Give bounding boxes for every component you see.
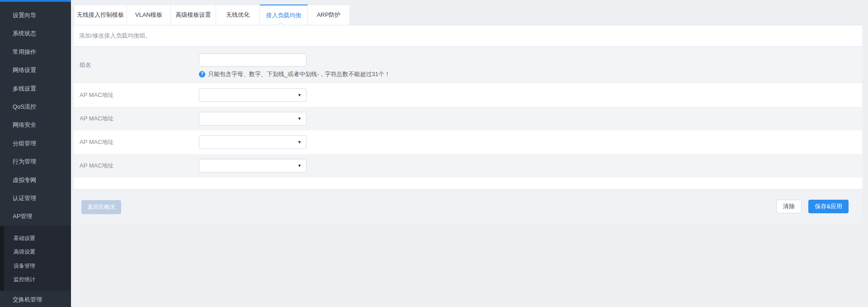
page: 设置向导 系统状态 常用操作 网络设置 多线设置 QoS流控 网络安全 分组管理… [0, 0, 868, 307]
chevron-down-icon: ▼ [297, 140, 302, 144]
main-content: 无线接入控制模板 VLAN模板 高级模板设置 无线优化 接入负载均衡 ARP防护… [71, 0, 868, 307]
ap-mac-select-3[interactable]: ▼ [199, 135, 307, 149]
help-question-icon: ? [199, 71, 205, 77]
chevron-down-icon: ▼ [297, 93, 302, 97]
tab-bar-filler [350, 5, 862, 25]
action-bar: 返回至概况 清除 保存&应用 [74, 191, 862, 223]
tab-arp-protection[interactable]: ARP防护 [308, 5, 350, 25]
ap-mac-select-1[interactable]: ▼ [199, 88, 307, 102]
save-apply-button[interactable]: 保存&应用 [808, 200, 849, 213]
sidebar-item-system-status[interactable]: 系统状态 [0, 24, 71, 43]
sidebar-item-vpn[interactable]: 虚拟专网 [0, 171, 71, 189]
form-card-bottom [74, 177, 862, 190]
group-name-help-text: 只能包含字母、数字、下划线_或者中划线-，字符总数不能超过31个！ [208, 70, 390, 78]
sidebar-item-group-mgmt[interactable]: 分组管理 [0, 134, 71, 153]
sidebar-item-switch-mgmt[interactable]: 交换机管理 [0, 291, 71, 307]
sidebar-subitem-advanced-settings[interactable]: 高级设置 [0, 245, 71, 259]
ap-mac-row: AP MAC地址 ▼ [74, 83, 862, 107]
tab-advanced-template-settings[interactable]: 高级模板设置 [171, 5, 216, 25]
group-name-input[interactable] [199, 53, 307, 67]
clear-button[interactable]: 清除 [776, 200, 802, 213]
chevron-down-icon: ▼ [297, 163, 302, 168]
sidebar-item-ap-mgmt[interactable]: AP管理 [0, 207, 71, 225]
sidebar-item-setup-wizard[interactable]: 设置向导 [0, 6, 71, 24]
ap-mac-row: AP MAC地址 ▼ [74, 107, 862, 130]
tab-vlan-template[interactable]: VLAN模板 [127, 5, 171, 25]
sidebar-subitem-monitor-stats[interactable]: 监控统计 [0, 273, 71, 287]
tab-bar: 无线接入控制模板 VLAN模板 高级模板设置 无线优化 接入负载均衡 ARP防护 [74, 5, 862, 25]
sidebar-item-net-security[interactable]: 网络安全 [0, 116, 71, 134]
tab-wireless-optimization[interactable]: 无线优化 [216, 5, 260, 25]
page-description: 添加/修改接入负载均衡组。 [74, 25, 862, 47]
group-name-help: ? 只能包含字母、数字、下划线_或者中划线-，字符总数不能超过31个！ [199, 70, 390, 78]
sidebar-subitem-device-mgmt[interactable]: 设备管理 [0, 259, 71, 273]
sidebar-submenu-ap-mgmt: 基础设置 高级设置 设备管理 监控统计 [0, 226, 71, 291]
ap-mac-select-2[interactable]: ▼ [199, 112, 307, 125]
ap-mac-select-4[interactable]: ▼ [199, 159, 307, 173]
ap-mac-label: AP MAC地址 [80, 83, 114, 107]
sidebar: 设置向导 系统状态 常用操作 网络设置 多线设置 QoS流控 网络安全 分组管理… [0, 0, 71, 307]
sidebar-subitem-basic-settings[interactable]: 基础设置 [0, 231, 71, 245]
sidebar-item-auth-mgmt[interactable]: 认证管理 [0, 189, 71, 207]
page-description-text: 添加/修改接入负载均衡组。 [79, 32, 151, 40]
tab-wireless-access-control-template[interactable]: 无线接入控制模板 [74, 5, 127, 25]
sidebar-nav: 设置向导 系统状态 常用操作 网络设置 多线设置 QoS流控 网络安全 分组管理… [0, 2, 71, 307]
sidebar-item-multiline[interactable]: 多线设置 [0, 80, 71, 98]
sidebar-item-common-ops[interactable]: 常用操作 [0, 43, 71, 61]
sidebar-item-behavior-mgmt[interactable]: 行为管理 [0, 153, 71, 171]
ap-mac-label: AP MAC地址 [80, 107, 114, 130]
group-name-field: ? 只能包含字母、数字、下划线_或者中划线-，字符总数不能超过31个！ [199, 53, 390, 78]
back-to-overview-button[interactable]: 返回至概况 [81, 200, 121, 214]
ap-mac-row: AP MAC地址 ▼ [74, 154, 862, 177]
ap-mac-label: AP MAC地址 [80, 130, 114, 154]
sidebar-item-network-setup[interactable]: 网络设置 [0, 61, 71, 79]
sidebar-item-qos[interactable]: QoS流控 [0, 98, 71, 116]
ap-mac-label: AP MAC地址 [80, 154, 114, 177]
chevron-down-icon: ▼ [297, 116, 302, 121]
group-name-label: 组名 [80, 47, 91, 83]
group-name-row: 组名 ? 只能包含字母、数字、下划线_或者中划线-，字符总数不能超过31个！ [74, 47, 862, 83]
ap-mac-row: AP MAC地址 ▼ [74, 130, 862, 154]
tab-access-load-balancing[interactable]: 接入负载均衡 [260, 5, 308, 25]
